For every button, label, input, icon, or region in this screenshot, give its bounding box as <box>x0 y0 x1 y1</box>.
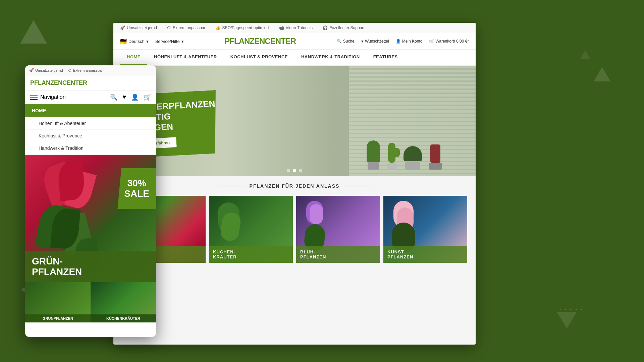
mobile-nav-icons: 🔍 ♥ 👤 🛒 <box>110 94 151 101</box>
mobile-logo: PFLANZENCENTER <box>30 79 87 86</box>
product-card-3[interactable]: BLÜH-PFLANZEN <box>296 196 380 263</box>
desktop-logo: PFLANZENCENTER <box>184 37 337 46</box>
nav-kochlust[interactable]: KOCHLUST & PROVENCE <box>224 50 294 65</box>
product-label-3: BLÜH-PFLANZEN <box>296 246 380 263</box>
header-left: 🇩🇪 Deutsch ▾ Service/Hilfe ▾ <box>120 38 184 45</box>
mobile-hero: 30% SALE GRÜN- PFLANZEN <box>25 155 156 282</box>
hamburger-line-1 <box>30 95 38 96</box>
sale-percent: 30% <box>124 178 149 189</box>
section-title-area: PFLANZEN FÜR JEDEN ANLASS <box>113 176 476 196</box>
mobile-header: PFLANZENCENTER <box>25 75 156 91</box>
product-card-4[interactable]: KUNST-PFLANZEN <box>383 196 467 263</box>
plant-visual-2 <box>214 202 244 246</box>
search-icon: 🔍 <box>337 39 342 44</box>
mobile-hero-label: GRÜN- PFLANZEN <box>25 251 156 282</box>
section-title: PFLANZEN FÜR JEDEN ANLASS <box>250 183 340 189</box>
wishlist-action[interactable]: ♥ Wunschzettel <box>361 39 389 44</box>
speedometer-icon: 👍 <box>215 25 220 30</box>
slider-dots <box>287 169 302 172</box>
nav-handwerk[interactable]: HANDWERK & TRADITION <box>294 50 367 65</box>
cart-action[interactable]: 🛒 Warenkorb 0,00 €* <box>429 39 469 44</box>
heart-icon: ♥ <box>361 39 364 44</box>
mobile-browser: 🚀 Umsatzsteigernd ⏱ Extrem anpassbar PFL… <box>25 65 156 337</box>
cart-icon: 🛒 <box>429 39 434 44</box>
mobile-top-bar: 🚀 Umsatzsteigernd ⏱ Extrem anpassbar <box>25 65 156 75</box>
hamburger-line-3 <box>30 99 38 100</box>
chevron-down-icon-2: ▾ <box>181 39 184 44</box>
flag-icon: 🇩🇪 <box>120 38 127 45</box>
mobile-cart-icon[interactable]: 🛒 <box>144 94 151 101</box>
sale-badge: 30% SALE <box>117 168 156 209</box>
mobile-products: GRÜNPFLANZEN KÜCHENKRÄUTER <box>25 282 156 322</box>
mobile-dropdown: HOME Höhenluft & Abenteuer Kochlust & Pr… <box>25 104 156 155</box>
dropdown-active-item[interactable]: HOME <box>25 104 156 117</box>
header-actions: 🔍 Suche ♥ Wunschzettel 👤 Mein Konto 🛒 Wa… <box>337 39 469 44</box>
chevron-down-icon: ▾ <box>146 39 149 44</box>
plant-visual-4 <box>388 201 419 246</box>
header: 🇩🇪 Deutsch ▾ Service/Hilfe ▾ PFLANZENCEN… <box>113 33 476 50</box>
main-nav: HOME HÖHENLUFT & ABENTEUER KOCHLUST & PR… <box>113 50 476 66</box>
top-bar: 🚀 Umsatzsteigernd ⏱ Extrem anpassbar 👍 S… <box>113 23 476 33</box>
desktop-browser: 🚀 Umsatzsteigernd ⏱ Extrem anpassbar 👍 S… <box>113 23 476 345</box>
account-action[interactable]: 👤 Mein Konto <box>396 39 423 44</box>
search-action[interactable]: 🔍 Suche <box>337 39 355 44</box>
service-link[interactable]: Service/Hilfe ▾ <box>155 39 184 44</box>
mobile-nav-label[interactable]: Navigation <box>30 94 66 100</box>
nav-hoehenluft[interactable]: HÖHENLUFT & ABENTEUER <box>147 50 224 65</box>
hero-slider: ZIMMERPFLANZEN RICHTIG DÜNGEN Mehr erfah… <box>113 66 476 176</box>
mobile-topbar-item-1: 🚀 Umsatzsteigernd <box>29 68 63 72</box>
product-grid: GRÜN-PFLANZEN KÜCHEN-KRÄUTER BLÜH-PFLANZ… <box>113 196 476 263</box>
user-icon: 👤 <box>396 39 401 44</box>
mobile-user-icon[interactable]: 👤 <box>131 94 139 101</box>
slider-dot-1[interactable] <box>287 169 290 172</box>
clock-icon: ⏱ <box>167 25 171 30</box>
bg-dashes-top: - - - - - <box>526 40 550 45</box>
dropdown-item-3[interactable]: Handwerk & Tradition <box>25 142 156 155</box>
rocket-icon: 🚀 <box>120 25 125 30</box>
topbar-item-3: 👍 SEO/Pagespeed-optimiert <box>215 25 269 30</box>
product-label-2: KÜCHEN-KRÄUTER <box>209 246 293 263</box>
plant-visual-3 <box>300 201 330 246</box>
product-label-4: KUNST-PFLANZEN <box>383 246 467 263</box>
topbar-item-1: 🚀 Umsatzsteigernd <box>120 25 157 30</box>
mobile-clock-icon: ⏱ <box>68 68 72 72</box>
product-card-2[interactable]: KÜCHEN-KRÄUTER <box>209 196 293 263</box>
hamburger-line-2 <box>30 97 38 98</box>
slider-dot-2[interactable] <box>293 169 296 172</box>
mobile-heart-icon[interactable]: ♥ <box>122 94 126 101</box>
mobile-rocket-icon: 🚀 <box>29 68 34 72</box>
mobile-product-2[interactable]: KÜCHENKRÄUTER <box>91 282 156 322</box>
mobile-nav-bar: Navigation 🔍 ♥ 👤 🛒 <box>25 91 156 104</box>
headset-icon: 🎧 <box>323 25 328 30</box>
dropdown-item-2[interactable]: Kochlust & Provence <box>25 130 156 142</box>
lang-selector[interactable]: 🇩🇪 Deutsch ▾ <box>120 38 149 45</box>
topbar-item-2: ⏱ Extrem anpassbar <box>167 25 205 30</box>
dropdown-item-1[interactable]: Höhenluft & Abenteuer <box>25 117 156 130</box>
hamburger-icon[interactable] <box>30 95 38 100</box>
mobile-search-icon[interactable]: 🔍 <box>110 94 117 101</box>
bg-dashes-bottom: - - - - - <box>559 307 584 312</box>
sale-label: SALE <box>124 189 149 199</box>
plant-shelf <box>367 140 442 170</box>
mobile-product-1[interactable]: GRÜNPFLANZEN <box>25 282 91 322</box>
nav-home[interactable]: HOME <box>120 50 147 65</box>
slider-dot-3[interactable] <box>299 169 302 172</box>
topbar-item-5: 🎧 Exzellenter Support <box>323 25 365 30</box>
video-icon: 📹 <box>279 25 284 30</box>
nav-features[interactable]: FEATURES <box>367 50 405 65</box>
mobile-topbar-item-2: ⏱ Extrem anpassbar <box>68 68 103 72</box>
topbar-item-4: 📹 Video-Tutorials <box>279 25 313 30</box>
